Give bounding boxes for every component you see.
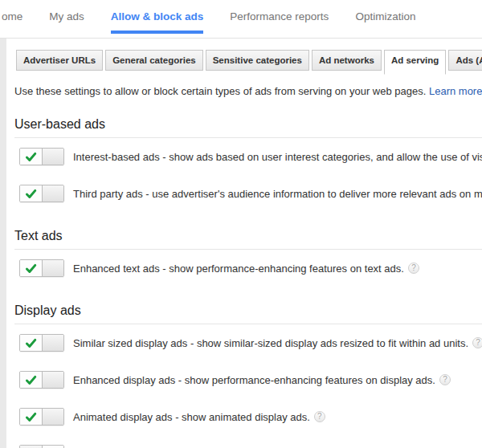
tab-bar: Advertiser URLs General categories Sensi… xyxy=(6,39,482,71)
top-navigation: ome My ads Allow & block ads Performance… xyxy=(0,0,482,38)
ad-setting-row: Similar sized display ads - show similar… xyxy=(19,324,482,361)
section-rows: Similar sized display ads - show similar… xyxy=(14,324,482,448)
allow-block-toggle[interactable] xyxy=(19,148,64,165)
sections: User-based ads Interest-based ads - show… xyxy=(6,100,482,448)
row-label: Similar sized display ads - show similar… xyxy=(73,337,468,349)
ad-setting-row: Interest-based ads - show ads based on u… xyxy=(19,138,482,175)
tab-label: Ad networks xyxy=(319,55,374,65)
section-rows: Enhanced text ads - show performance-enh… xyxy=(14,250,482,287)
help-icon[interactable]: ? xyxy=(439,374,451,385)
tab[interactable]: Sensitive categories xyxy=(206,50,309,71)
tab-label: Advertiser URLs xyxy=(23,55,96,65)
content-area: Advertiser URLs General categories Sensi… xyxy=(6,39,482,448)
nav-item[interactable]: Optimization xyxy=(355,0,415,38)
block-segment[interactable] xyxy=(43,372,64,388)
settings-section: User-based ads Interest-based ads - show… xyxy=(14,100,482,212)
settings-section: Display ads Similar sized display ads - … xyxy=(14,287,482,448)
allow-segment[interactable] xyxy=(20,149,43,165)
ad-setting-row: Expandable ads - show ads that expand be… xyxy=(19,435,482,448)
tab[interactable]: General categories xyxy=(105,50,203,71)
row-label: Interest-based ads - show ads based on u… xyxy=(73,151,482,163)
tab-label: Ads (Ad review cente xyxy=(455,55,482,65)
block-segment[interactable] xyxy=(43,260,64,276)
section-title: User-based ads xyxy=(14,100,482,138)
help-icon[interactable]: ? xyxy=(408,263,419,274)
tab-label: General categories xyxy=(112,55,196,65)
allow-block-toggle[interactable] xyxy=(19,408,64,426)
allow-segment[interactable] xyxy=(20,260,43,276)
allow-segment[interactable] xyxy=(20,372,43,388)
allow-block-toggle[interactable] xyxy=(19,445,64,448)
allow-block-toggle[interactable] xyxy=(19,259,64,277)
intro-text-body: Use these settings to allow or block cer… xyxy=(14,85,426,97)
allow-segment[interactable] xyxy=(20,335,43,351)
learn-more-link[interactable]: Learn more xyxy=(429,85,482,97)
block-segment[interactable] xyxy=(43,409,64,425)
allow-segment[interactable] xyxy=(20,185,43,202)
left-gutter xyxy=(0,39,6,448)
tab[interactable]: Ad networks xyxy=(312,50,382,71)
allow-segment[interactable] xyxy=(20,409,43,425)
block-segment[interactable] xyxy=(43,185,64,202)
section-title: Display ads xyxy=(14,287,482,324)
allow-block-toggle[interactable] xyxy=(19,334,64,352)
intro-text: Use these settings to allow or block cer… xyxy=(6,71,482,100)
check-icon xyxy=(25,374,37,386)
settings-section: Text ads Enhanced text ads - show perfor… xyxy=(14,212,482,287)
section-title: Text ads xyxy=(14,212,482,250)
ad-setting-row: Animated display ads - show animated dis… xyxy=(19,398,482,435)
check-icon xyxy=(25,188,37,200)
nav-item-label: Performance reports xyxy=(230,10,329,22)
nav-item-label: Allow & block ads xyxy=(111,10,204,22)
help-icon[interactable]: ? xyxy=(314,411,325,422)
nav-item-label: ome xyxy=(2,10,22,22)
tab[interactable]: Ad serving xyxy=(384,50,446,75)
nav-item[interactable]: Performance reports xyxy=(230,0,329,38)
ad-setting-row: Enhanced text ads - show performance-enh… xyxy=(19,250,482,287)
row-label: Enhanced display ads - show performance-… xyxy=(73,374,435,386)
row-label: Third party ads - use advertiser's audie… xyxy=(73,188,482,200)
allow-block-toggle[interactable] xyxy=(19,185,64,202)
help-icon[interactable]: ? xyxy=(472,337,482,348)
check-icon xyxy=(25,263,37,275)
block-segment[interactable] xyxy=(43,335,64,351)
block-segment[interactable] xyxy=(43,149,64,165)
tab-label: Sensitive categories xyxy=(213,55,302,65)
nav-item[interactable]: Allow & block ads xyxy=(111,0,204,38)
check-icon xyxy=(25,151,37,163)
row-label: Animated display ads - show animated dis… xyxy=(73,411,310,423)
ad-setting-row: Enhanced display ads - show performance-… xyxy=(19,361,482,398)
tab[interactable]: Ads (Ad review cente xyxy=(448,50,482,71)
tab[interactable]: Advertiser URLs xyxy=(16,50,103,71)
row-label: Enhanced text ads - show performance-enh… xyxy=(73,263,404,275)
tab-label: Ad serving xyxy=(391,55,439,65)
allow-block-toggle[interactable] xyxy=(19,371,64,389)
nav-item-label: My ads xyxy=(49,10,84,22)
nav-item[interactable]: ome xyxy=(2,0,22,38)
nav-item[interactable]: My ads xyxy=(49,0,84,38)
check-icon xyxy=(25,411,37,423)
nav-item-label: Optimization xyxy=(355,10,415,22)
check-icon xyxy=(25,337,37,349)
section-rows: Interest-based ads - show ads based on u… xyxy=(14,138,482,212)
main-panel: Advertiser URLs General categories Sensi… xyxy=(0,38,482,448)
ad-setting-row: Third party ads - use advertiser's audie… xyxy=(19,175,482,212)
